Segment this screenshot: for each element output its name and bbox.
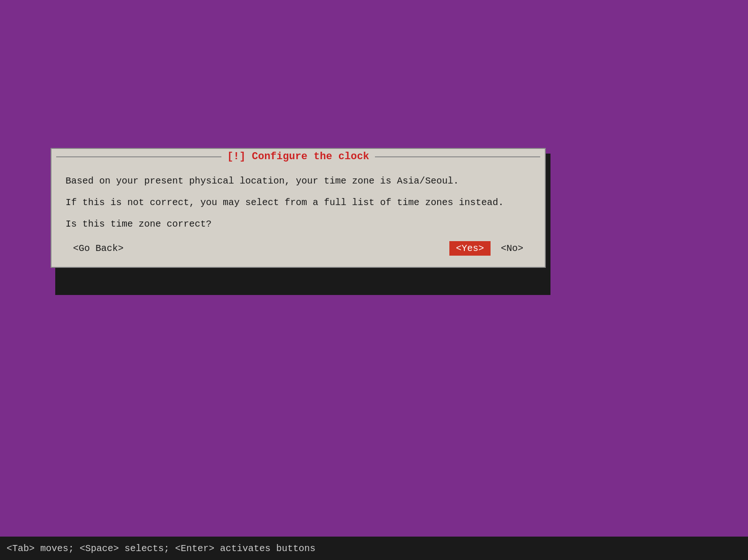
title-bar: [!] Configure the clock bbox=[51, 149, 545, 164]
title-bar-left-line bbox=[56, 156, 221, 157]
dialog-line3: Is this time zone correct? bbox=[66, 217, 531, 232]
status-bar-text: <Tab> moves; <Space> selects; <Enter> ac… bbox=[7, 543, 315, 554]
buttons-row: <Go Back> <Yes> <No> bbox=[66, 241, 531, 256]
yes-button[interactable]: <Yes> bbox=[449, 241, 491, 256]
dialog-line2: If this is not correct, you may select f… bbox=[66, 195, 531, 210]
dialog-container: [!] Configure the clock Based on your pr… bbox=[51, 148, 546, 268]
no-button[interactable]: <No> bbox=[498, 242, 526, 255]
go-back-button[interactable]: <Go Back> bbox=[70, 242, 126, 255]
title-bar-right-line bbox=[375, 156, 540, 157]
dialog-title: [!] Configure the clock bbox=[221, 151, 375, 162]
dialog-line1: Based on your present physical location,… bbox=[66, 174, 531, 189]
status-bar: <Tab> moves; <Space> selects; <Enter> ac… bbox=[0, 537, 748, 560]
dialog-body: Based on your present physical location,… bbox=[51, 164, 545, 267]
